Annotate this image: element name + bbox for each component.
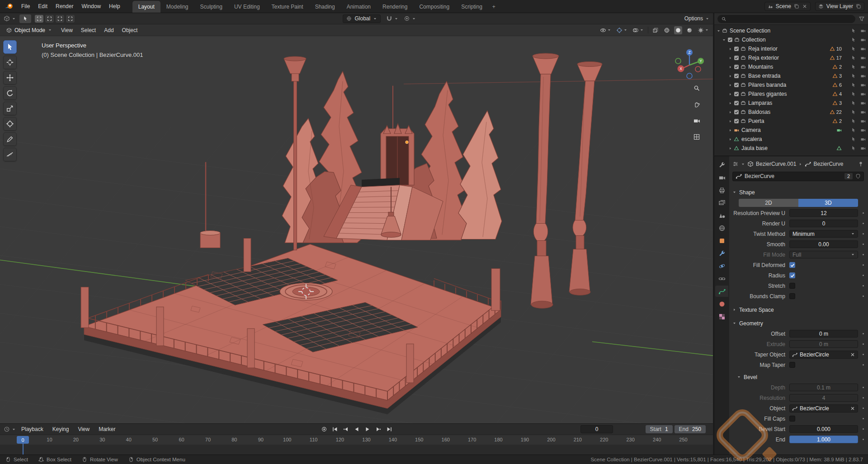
selectable-toggle-icon[interactable] <box>851 91 856 97</box>
smooth-field[interactable]: 0.00 <box>789 240 858 248</box>
gizmo-neg-x-axis[interactable] <box>695 66 701 72</box>
puerta-door[interactable] <box>381 86 414 185</box>
outliner-item-label[interactable]: Scene Collection <box>730 28 770 34</box>
pin-icon[interactable] <box>858 161 864 167</box>
properties-tab-material[interactable] <box>715 298 728 309</box>
render-toggle-icon[interactable] <box>860 109 866 115</box>
animate-dot[interactable] <box>863 343 864 345</box>
3d-scene[interactable] <box>0 36 713 423</box>
clear-icon[interactable] <box>850 406 855 411</box>
mode-2d-button[interactable]: 2D <box>739 199 798 207</box>
workspace-tab-texture-paint[interactable]: Texture Paint <box>266 1 309 13</box>
bevel-start-field[interactable]: 0.000 <box>789 425 858 433</box>
outliner-row-pilares-gigantes[interactable]: Pilares gigantes4 <box>714 89 868 98</box>
animate-dot[interactable] <box>863 295 864 297</box>
add-workspace-button[interactable]: + <box>488 1 500 13</box>
mode-label[interactable]: Object Mode <box>14 27 45 33</box>
menu-object[interactable]: Object <box>118 27 142 33</box>
outliner-row-reja-exterior[interactable]: Reja exterior17 <box>714 53 868 62</box>
workspace-tab-rendering[interactable]: Rendering <box>377 1 413 13</box>
playhead-badge[interactable]: 0 <box>17 436 29 444</box>
caret-right-icon[interactable] <box>728 146 732 150</box>
caret-right-icon[interactable] <box>728 65 732 69</box>
outliner-item-label[interactable]: Jaula base <box>741 145 768 151</box>
jump-start-button[interactable] <box>330 425 340 433</box>
collection-checkbox-icon[interactable] <box>734 64 739 70</box>
animate-dot[interactable] <box>863 354 864 355</box>
outliner-row-jaula-base[interactable]: Jaula base <box>714 144 868 153</box>
orientation-value[interactable]: Global <box>354 15 370 22</box>
properties-tab-object[interactable] <box>715 235 728 246</box>
outliner-item-label[interactable]: Lamparas <box>748 100 772 106</box>
render-toggle-icon[interactable] <box>860 145 866 151</box>
snap-controls[interactable] <box>386 15 398 22</box>
jump-end-button[interactable] <box>384 425 394 433</box>
selectable-toggle-icon[interactable] <box>851 28 856 33</box>
menu-playback[interactable]: Playback <box>18 426 47 432</box>
new-view-layer-icon[interactable] <box>856 4 861 9</box>
animate-dot[interactable] <box>863 428 864 430</box>
mode-dropdown[interactable]: Object Mode <box>3 27 55 33</box>
scene-name[interactable]: Scene <box>776 3 791 9</box>
outliner-item-label[interactable]: Collection <box>742 37 766 43</box>
selectable-toggle-icon[interactable] <box>851 37 856 42</box>
selectable-toggle-icon[interactable] <box>851 64 856 70</box>
frame-start-field[interactable]: Start1 <box>646 425 673 433</box>
render-toggle-icon[interactable] <box>860 37 866 42</box>
outliner-item-label[interactable]: Camera <box>741 127 761 133</box>
outliner-row-baldosas[interactable]: Baldosas22 <box>714 108 868 117</box>
caret-right-icon[interactable] <box>728 83 732 87</box>
proportional-editing-controls[interactable] <box>404 15 416 22</box>
properties-editor-icon[interactable] <box>732 161 739 167</box>
frame-end-field[interactable]: End250 <box>675 425 706 433</box>
caret-down-icon[interactable] <box>722 38 726 42</box>
outliner-row-collection[interactable]: Collection <box>714 35 868 44</box>
bounds-clamp-checkbox[interactable] <box>789 293 795 299</box>
collection-checkbox-icon[interactable] <box>734 73 739 79</box>
fill-mode-dropdown[interactable]: Full <box>789 251 858 258</box>
scene-selector[interactable]: Scene <box>764 2 811 11</box>
menu-view[interactable]: View <box>74 426 93 432</box>
outliner-item-label[interactable]: Base entrada <box>748 73 780 79</box>
animate-dot[interactable] <box>863 264 864 266</box>
menu-view[interactable]: View <box>57 27 76 33</box>
animate-dot[interactable] <box>863 397 864 398</box>
chevron-down-icon[interactable] <box>12 427 16 431</box>
render-u-field[interactable]: 0 <box>789 220 858 227</box>
outliner-item-label[interactable]: Pilares baranda <box>748 82 786 88</box>
caret-down-icon[interactable] <box>717 29 721 33</box>
chevron-down-icon[interactable] <box>741 162 745 166</box>
menu-add[interactable]: Add <box>100 27 117 33</box>
bevel-depth-field[interactable]: 0.1 m <box>789 384 858 391</box>
mode-3d-button[interactable]: 3D <box>798 199 858 207</box>
menu-help[interactable]: Help <box>105 0 124 13</box>
workspace-tab-compositing[interactable]: Compositing <box>413 1 455 13</box>
fill-deformed-checkbox[interactable] <box>789 262 795 268</box>
caret-right-icon[interactable] <box>728 119 732 123</box>
map-taper-checkbox[interactable] <box>789 362 795 368</box>
render-toggle-icon[interactable] <box>860 127 866 133</box>
pan-hand-button[interactable] <box>692 99 702 109</box>
record-button[interactable] <box>319 425 329 433</box>
id-name[interactable]: BezierCurve <box>745 173 842 179</box>
collection-checkbox-icon[interactable] <box>734 91 739 97</box>
outliner-row-mountains[interactable]: Mountains2 <box>714 62 868 71</box>
render-toggle-icon[interactable] <box>860 73 866 79</box>
tool-annotate[interactable] <box>3 132 17 146</box>
workspace-tab-sculpting[interactable]: Sculpting <box>194 1 228 13</box>
render-toggle-icon[interactable] <box>860 91 866 97</box>
select-mode-extend[interactable] <box>45 15 54 23</box>
outliner-row-escalera[interactable]: escalera <box>714 135 868 144</box>
workspace-tab-uv-editing[interactable]: UV Editing <box>228 1 266 13</box>
render-toggle-icon[interactable] <box>860 82 866 88</box>
selectable-toggle-icon[interactable] <box>851 118 856 124</box>
outliner-item-label[interactable]: Pilares gigantes <box>748 91 787 97</box>
workspace-tab-scripting[interactable]: Scripting <box>455 1 488 13</box>
outliner-search-input[interactable] <box>717 15 855 23</box>
properties-tab-texture[interactable] <box>715 311 728 322</box>
outliner-row-camera[interactable]: Camera <box>714 126 868 135</box>
outliner-item-label[interactable]: Reja exterior <box>748 55 779 61</box>
caret-right-icon[interactable] <box>728 128 732 132</box>
selectable-toggle-icon[interactable] <box>851 145 856 151</box>
extrude-field[interactable]: 0 m <box>789 340 858 348</box>
